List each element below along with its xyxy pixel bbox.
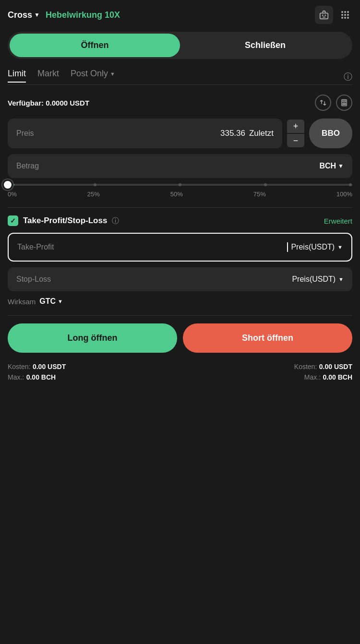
svg-point-15 bbox=[343, 103, 343, 104]
leverage-label[interactable]: Hebelwirkung 10X bbox=[46, 10, 120, 20]
cost-row: Kosten: 0.00 USDT Max.: 0.00 BCH Kosten:… bbox=[8, 362, 352, 382]
stop-loss-placeholder: Stop-Loss bbox=[16, 275, 51, 284]
tp-sl-left: ✓ Take-Profit/Stop-Loss ⓘ bbox=[8, 215, 119, 226]
price-increase-button[interactable]: + bbox=[287, 119, 304, 133]
robot-icon-button[interactable] bbox=[315, 6, 333, 24]
price-field[interactable]: Preis 335.36 Zuletzt bbox=[8, 119, 282, 148]
take-profit-right: Preis(USDT) ▼ bbox=[287, 242, 343, 252]
short-max-row: Max.: 0.00 BCH bbox=[304, 373, 352, 382]
available-text: Verfügbar: 0.0000 USDT bbox=[8, 99, 89, 107]
tab-markt[interactable]: Markt bbox=[37, 69, 59, 83]
gtc-selector[interactable]: GTC ▼ bbox=[39, 297, 63, 306]
svg-point-11 bbox=[344, 17, 346, 19]
svg-point-19 bbox=[344, 104, 344, 105]
slider-dot-25 bbox=[94, 183, 96, 186]
svg-point-17 bbox=[345, 103, 346, 104]
divider-2 bbox=[8, 315, 352, 316]
tp-sl-header: ✓ Take-Profit/Stop-Loss ⓘ Erweitert bbox=[8, 215, 352, 226]
bch-dropdown-arrow-icon: ▼ bbox=[338, 163, 344, 169]
post-only-arrow-icon: ▼ bbox=[110, 71, 115, 77]
long-kosten-label: Kosten: bbox=[8, 363, 30, 370]
stop-loss-dropdown-arrow-icon: ▼ bbox=[338, 276, 344, 282]
svg-rect-14 bbox=[343, 100, 346, 102]
tab-post-only[interactable]: Post Only ▼ bbox=[71, 69, 115, 83]
take-profit-dropdown-arrow-icon: ▼ bbox=[337, 244, 343, 250]
price-decrease-button[interactable]: − bbox=[287, 134, 304, 147]
long-max-value: 0.00 BCH bbox=[26, 373, 56, 381]
cross-selector[interactable]: Cross ▼ bbox=[8, 10, 40, 20]
divider-1 bbox=[8, 207, 352, 208]
more-options-button[interactable] bbox=[338, 8, 352, 22]
plus-minus-col: + − bbox=[287, 119, 304, 148]
action-buttons: Long öffnen Short öffnen bbox=[8, 323, 352, 353]
wirksam-row: Wirksam GTC ▼ bbox=[8, 297, 352, 306]
top-bar-left: Cross ▼ Hebelwirkung 10X bbox=[8, 10, 120, 20]
slider-dots bbox=[8, 183, 352, 186]
short-max-label: Max.: bbox=[304, 373, 321, 381]
price-value: 335.36 bbox=[220, 129, 245, 138]
order-tabs: Limit Markt Post Only ▼ bbox=[8, 69, 344, 83]
tp-sl-checkbox[interactable]: ✓ bbox=[8, 215, 18, 226]
tp-sl-label: Take-Profit/Stop-Loss bbox=[23, 216, 107, 226]
svg-rect-0 bbox=[320, 13, 328, 19]
long-costs: Kosten: 0.00 USDT Max.: 0.00 BCH bbox=[8, 362, 66, 382]
order-tabs-row: Limit Markt Post Only ▼ ⓘ bbox=[8, 69, 352, 85]
bch-currency: BCH bbox=[319, 162, 336, 170]
price-value-row: 335.36 Zuletzt bbox=[220, 129, 274, 138]
open-button[interactable]: Öffnen bbox=[10, 34, 180, 57]
tab-limit[interactable]: Limit bbox=[8, 69, 26, 83]
slider-thumb[interactable] bbox=[2, 179, 13, 190]
svg-point-10 bbox=[341, 17, 343, 19]
main-toggle: Öffnen Schließen bbox=[8, 32, 352, 59]
svg-point-7 bbox=[341, 14, 343, 16]
short-costs: Kosten: 0.00 USDT Max.: 0.00 BCH bbox=[294, 362, 352, 382]
long-kosten-row: Kosten: 0.00 USDT bbox=[8, 362, 66, 371]
long-kosten-value: 0.00 USDT bbox=[33, 363, 66, 370]
grid-dots-icon bbox=[340, 10, 350, 20]
svg-point-6 bbox=[347, 11, 349, 13]
slider-track[interactable] bbox=[8, 184, 352, 186]
available-row: Verfügbar: 0.0000 USDT bbox=[8, 95, 352, 111]
tab-info-icon[interactable]: ⓘ bbox=[344, 71, 352, 83]
top-bar: Cross ▼ Hebelwirkung 10X bbox=[8, 6, 352, 24]
svg-point-20 bbox=[345, 104, 346, 105]
close-button[interactable]: Schließen bbox=[180, 34, 350, 57]
slider-container: 0% 25% 50% 75% 100% bbox=[8, 184, 352, 198]
take-profit-placeholder: Take-Profit bbox=[17, 243, 54, 251]
stop-loss-unit: Preis(USDT) bbox=[292, 275, 336, 284]
take-profit-field[interactable]: Take-Profit Preis(USDT) ▼ bbox=[8, 233, 352, 262]
stop-loss-field[interactable]: Stop-Loss Preis(USDT) ▼ bbox=[8, 267, 352, 291]
bch-dropdown[interactable]: BCH ▼ bbox=[319, 162, 344, 170]
short-kosten-value: 0.00 USDT bbox=[319, 363, 352, 370]
svg-point-12 bbox=[347, 17, 349, 19]
svg-point-9 bbox=[347, 14, 349, 16]
slider-dot-100 bbox=[349, 183, 352, 186]
gtc-value: GTC bbox=[39, 297, 56, 306]
short-max-value: 0.00 BCH bbox=[323, 373, 352, 381]
price-label: Preis bbox=[16, 129, 34, 138]
take-profit-unit: Preis(USDT) bbox=[291, 243, 335, 251]
slider-label-25: 25% bbox=[87, 191, 100, 198]
slider-label-50: 50% bbox=[170, 191, 183, 198]
available-icons bbox=[315, 95, 352, 111]
erweitert-link[interactable]: Erweitert bbox=[324, 217, 352, 225]
wirksam-label: Wirksam bbox=[8, 298, 36, 306]
bbo-button[interactable]: BBO bbox=[309, 119, 352, 148]
amount-label: Betrag bbox=[16, 162, 39, 170]
slider-dot-50 bbox=[179, 183, 181, 186]
svg-point-18 bbox=[343, 104, 343, 105]
short-open-button[interactable]: Short öffnen bbox=[183, 323, 352, 353]
short-kosten-row: Kosten: 0.00 USDT bbox=[294, 362, 352, 371]
amount-field[interactable]: Betrag BCH ▼ bbox=[8, 154, 352, 178]
svg-point-4 bbox=[341, 11, 343, 13]
price-last-label: Zuletzt bbox=[249, 129, 274, 138]
slider-dot-75 bbox=[264, 183, 267, 186]
short-kosten-label: Kosten: bbox=[294, 363, 317, 370]
cross-label: Cross bbox=[8, 10, 32, 20]
long-open-button[interactable]: Long öffnen bbox=[8, 323, 177, 353]
calculator-icon[interactable] bbox=[336, 95, 352, 111]
cursor-bar bbox=[287, 242, 288, 252]
tp-sl-info-icon[interactable]: ⓘ bbox=[112, 216, 119, 226]
transfer-icon[interactable] bbox=[315, 95, 331, 111]
gtc-arrow-icon: ▼ bbox=[58, 298, 63, 304]
